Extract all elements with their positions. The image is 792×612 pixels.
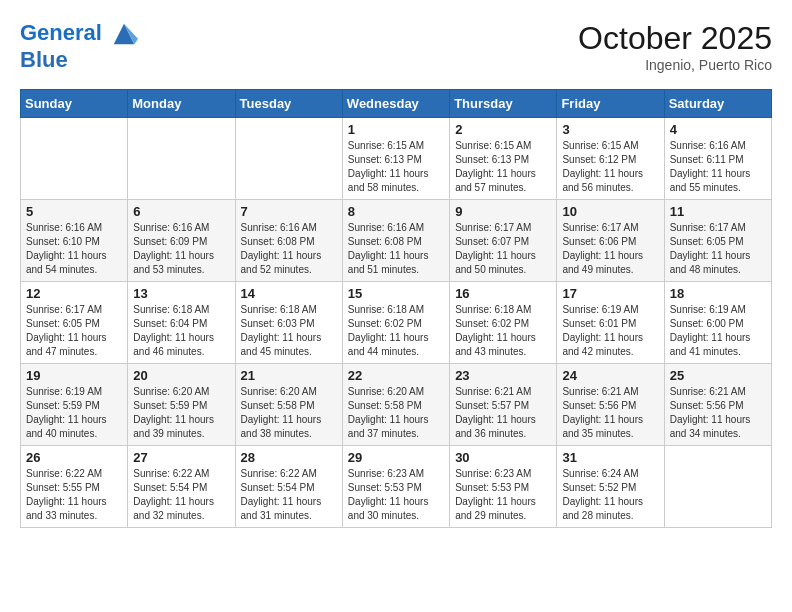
calendar-table: SundayMondayTuesdayWednesdayThursdayFrid… xyxy=(20,89,772,528)
day-number: 13 xyxy=(133,286,229,301)
day-info: Sunrise: 6:18 AM Sunset: 6:02 PM Dayligh… xyxy=(348,303,444,359)
calendar-cell: 7Sunrise: 6:16 AM Sunset: 6:08 PM Daylig… xyxy=(235,200,342,282)
day-number: 29 xyxy=(348,450,444,465)
calendar-cell: 13Sunrise: 6:18 AM Sunset: 6:04 PM Dayli… xyxy=(128,282,235,364)
calendar-cell: 14Sunrise: 6:18 AM Sunset: 6:03 PM Dayli… xyxy=(235,282,342,364)
calendar-cell: 23Sunrise: 6:21 AM Sunset: 5:57 PM Dayli… xyxy=(450,364,557,446)
day-number: 23 xyxy=(455,368,551,383)
day-info: Sunrise: 6:16 AM Sunset: 6:11 PM Dayligh… xyxy=(670,139,766,195)
calendar-cell: 31Sunrise: 6:24 AM Sunset: 5:52 PM Dayli… xyxy=(557,446,664,528)
col-header-thursday: Thursday xyxy=(450,90,557,118)
calendar-cell: 30Sunrise: 6:23 AM Sunset: 5:53 PM Dayli… xyxy=(450,446,557,528)
day-info: Sunrise: 6:21 AM Sunset: 5:56 PM Dayligh… xyxy=(562,385,658,441)
day-number: 17 xyxy=(562,286,658,301)
logo-text: General Blue xyxy=(20,20,138,72)
day-number: 31 xyxy=(562,450,658,465)
day-info: Sunrise: 6:15 AM Sunset: 6:12 PM Dayligh… xyxy=(562,139,658,195)
day-number: 20 xyxy=(133,368,229,383)
calendar-cell: 27Sunrise: 6:22 AM Sunset: 5:54 PM Dayli… xyxy=(128,446,235,528)
calendar-cell: 15Sunrise: 6:18 AM Sunset: 6:02 PM Dayli… xyxy=(342,282,449,364)
day-info: Sunrise: 6:20 AM Sunset: 5:58 PM Dayligh… xyxy=(348,385,444,441)
calendar-cell: 25Sunrise: 6:21 AM Sunset: 5:56 PM Dayli… xyxy=(664,364,771,446)
day-info: Sunrise: 6:23 AM Sunset: 5:53 PM Dayligh… xyxy=(455,467,551,523)
day-number: 30 xyxy=(455,450,551,465)
col-header-friday: Friday xyxy=(557,90,664,118)
calendar-cell xyxy=(21,118,128,200)
day-number: 16 xyxy=(455,286,551,301)
day-number: 3 xyxy=(562,122,658,137)
calendar-cell: 17Sunrise: 6:19 AM Sunset: 6:01 PM Dayli… xyxy=(557,282,664,364)
day-number: 22 xyxy=(348,368,444,383)
day-info: Sunrise: 6:15 AM Sunset: 6:13 PM Dayligh… xyxy=(348,139,444,195)
day-number: 15 xyxy=(348,286,444,301)
day-info: Sunrise: 6:17 AM Sunset: 6:07 PM Dayligh… xyxy=(455,221,551,277)
calendar-cell: 28Sunrise: 6:22 AM Sunset: 5:54 PM Dayli… xyxy=(235,446,342,528)
calendar-cell: 19Sunrise: 6:19 AM Sunset: 5:59 PM Dayli… xyxy=(21,364,128,446)
calendar-header-row: SundayMondayTuesdayWednesdayThursdayFrid… xyxy=(21,90,772,118)
calendar-week-row: 26Sunrise: 6:22 AM Sunset: 5:55 PM Dayli… xyxy=(21,446,772,528)
col-header-monday: Monday xyxy=(128,90,235,118)
calendar-cell: 20Sunrise: 6:20 AM Sunset: 5:59 PM Dayli… xyxy=(128,364,235,446)
calendar-cell: 9Sunrise: 6:17 AM Sunset: 6:07 PM Daylig… xyxy=(450,200,557,282)
logo: General Blue xyxy=(20,20,138,72)
calendar-cell: 21Sunrise: 6:20 AM Sunset: 5:58 PM Dayli… xyxy=(235,364,342,446)
day-number: 8 xyxy=(348,204,444,219)
page-header: General Blue October 2025 Ingenio, Puert… xyxy=(20,20,772,73)
calendar-cell: 26Sunrise: 6:22 AM Sunset: 5:55 PM Dayli… xyxy=(21,446,128,528)
day-info: Sunrise: 6:21 AM Sunset: 5:56 PM Dayligh… xyxy=(670,385,766,441)
calendar-cell: 8Sunrise: 6:16 AM Sunset: 6:08 PM Daylig… xyxy=(342,200,449,282)
calendar-cell xyxy=(235,118,342,200)
day-info: Sunrise: 6:16 AM Sunset: 6:08 PM Dayligh… xyxy=(241,221,337,277)
day-info: Sunrise: 6:19 AM Sunset: 5:59 PM Dayligh… xyxy=(26,385,122,441)
day-info: Sunrise: 6:22 AM Sunset: 5:55 PM Dayligh… xyxy=(26,467,122,523)
calendar-week-row: 1Sunrise: 6:15 AM Sunset: 6:13 PM Daylig… xyxy=(21,118,772,200)
calendar-cell: 4Sunrise: 6:16 AM Sunset: 6:11 PM Daylig… xyxy=(664,118,771,200)
day-info: Sunrise: 6:22 AM Sunset: 5:54 PM Dayligh… xyxy=(133,467,229,523)
day-number: 28 xyxy=(241,450,337,465)
day-number: 26 xyxy=(26,450,122,465)
day-info: Sunrise: 6:18 AM Sunset: 6:03 PM Dayligh… xyxy=(241,303,337,359)
day-info: Sunrise: 6:17 AM Sunset: 6:06 PM Dayligh… xyxy=(562,221,658,277)
day-info: Sunrise: 6:16 AM Sunset: 6:09 PM Dayligh… xyxy=(133,221,229,277)
calendar-cell: 16Sunrise: 6:18 AM Sunset: 6:02 PM Dayli… xyxy=(450,282,557,364)
col-header-sunday: Sunday xyxy=(21,90,128,118)
calendar-cell: 11Sunrise: 6:17 AM Sunset: 6:05 PM Dayli… xyxy=(664,200,771,282)
day-number: 14 xyxy=(241,286,337,301)
calendar-week-row: 5Sunrise: 6:16 AM Sunset: 6:10 PM Daylig… xyxy=(21,200,772,282)
day-number: 5 xyxy=(26,204,122,219)
day-number: 2 xyxy=(455,122,551,137)
day-info: Sunrise: 6:18 AM Sunset: 6:04 PM Dayligh… xyxy=(133,303,229,359)
day-number: 12 xyxy=(26,286,122,301)
month-title: October 2025 xyxy=(578,20,772,57)
day-info: Sunrise: 6:16 AM Sunset: 6:10 PM Dayligh… xyxy=(26,221,122,277)
calendar-cell: 2Sunrise: 6:15 AM Sunset: 6:13 PM Daylig… xyxy=(450,118,557,200)
day-info: Sunrise: 6:24 AM Sunset: 5:52 PM Dayligh… xyxy=(562,467,658,523)
day-number: 6 xyxy=(133,204,229,219)
calendar-cell: 6Sunrise: 6:16 AM Sunset: 6:09 PM Daylig… xyxy=(128,200,235,282)
calendar-cell: 12Sunrise: 6:17 AM Sunset: 6:05 PM Dayli… xyxy=(21,282,128,364)
logo-general: General xyxy=(20,20,102,45)
logo-icon xyxy=(110,20,138,48)
day-info: Sunrise: 6:17 AM Sunset: 6:05 PM Dayligh… xyxy=(26,303,122,359)
day-number: 1 xyxy=(348,122,444,137)
day-info: Sunrise: 6:20 AM Sunset: 5:58 PM Dayligh… xyxy=(241,385,337,441)
day-number: 24 xyxy=(562,368,658,383)
calendar-week-row: 12Sunrise: 6:17 AM Sunset: 6:05 PM Dayli… xyxy=(21,282,772,364)
col-header-tuesday: Tuesday xyxy=(235,90,342,118)
day-number: 27 xyxy=(133,450,229,465)
day-info: Sunrise: 6:23 AM Sunset: 5:53 PM Dayligh… xyxy=(348,467,444,523)
day-info: Sunrise: 6:21 AM Sunset: 5:57 PM Dayligh… xyxy=(455,385,551,441)
calendar-cell: 3Sunrise: 6:15 AM Sunset: 6:12 PM Daylig… xyxy=(557,118,664,200)
day-number: 25 xyxy=(670,368,766,383)
day-info: Sunrise: 6:16 AM Sunset: 6:08 PM Dayligh… xyxy=(348,221,444,277)
day-number: 19 xyxy=(26,368,122,383)
calendar-cell: 29Sunrise: 6:23 AM Sunset: 5:53 PM Dayli… xyxy=(342,446,449,528)
day-info: Sunrise: 6:17 AM Sunset: 6:05 PM Dayligh… xyxy=(670,221,766,277)
calendar-cell: 1Sunrise: 6:15 AM Sunset: 6:13 PM Daylig… xyxy=(342,118,449,200)
day-number: 9 xyxy=(455,204,551,219)
calendar-week-row: 19Sunrise: 6:19 AM Sunset: 5:59 PM Dayli… xyxy=(21,364,772,446)
day-number: 18 xyxy=(670,286,766,301)
col-header-saturday: Saturday xyxy=(664,90,771,118)
day-info: Sunrise: 6:20 AM Sunset: 5:59 PM Dayligh… xyxy=(133,385,229,441)
calendar-cell: 18Sunrise: 6:19 AM Sunset: 6:00 PM Dayli… xyxy=(664,282,771,364)
